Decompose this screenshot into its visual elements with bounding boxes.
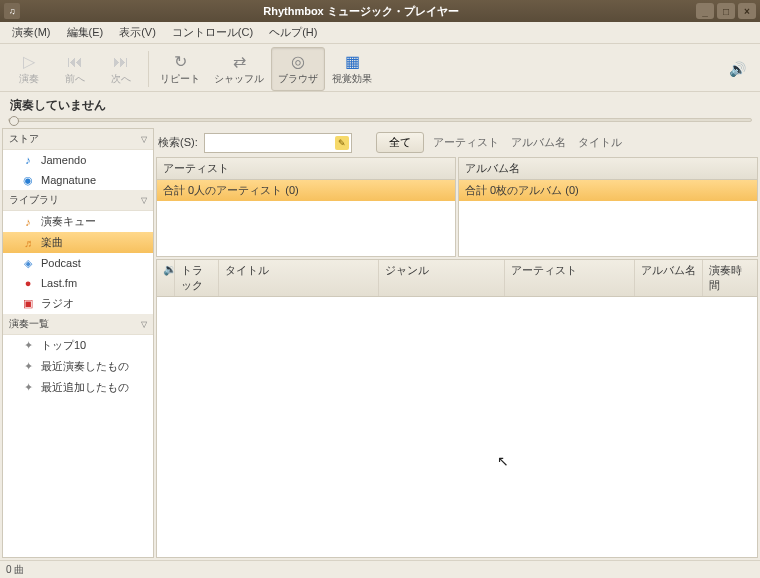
sidebar-group-header[interactable]: ストア▽	[3, 129, 153, 150]
artist-total-row[interactable]: 合計 0人のアーティスト (0)	[157, 180, 455, 201]
toolbar-separator	[148, 51, 149, 87]
collapse-icon[interactable]: ▽	[141, 135, 147, 144]
collapse-icon[interactable]: ▽	[141, 320, 147, 329]
sidebar-group-header[interactable]: ライブラリ▽	[3, 190, 153, 211]
menu-music[interactable]: 演奏(M)	[6, 23, 57, 42]
prev-button[interactable]: ⏮ 前へ	[52, 47, 98, 91]
sidebar-item-label: 最近演奏したもの	[41, 359, 129, 374]
close-button[interactable]: ×	[738, 3, 756, 19]
sidebar-item-icon: ✦	[21, 360, 35, 374]
sidebar-item[interactable]: ✦最近演奏したもの	[3, 356, 153, 377]
artist-column: アーティスト 合計 0人のアーティスト (0)	[156, 157, 456, 257]
visual-button[interactable]: ▦ 視覚効果	[325, 47, 379, 91]
sidebar-item-icon: ✦	[21, 381, 35, 395]
cursor-icon: ↖	[497, 453, 509, 469]
sidebar-item-label: Jamendo	[41, 154, 86, 166]
shuffle-label: シャッフル	[214, 72, 264, 86]
menu-help[interactable]: ヘルプ(H)	[263, 23, 323, 42]
artist-header[interactable]: アーティスト	[157, 158, 455, 180]
next-icon: ⏭	[113, 52, 129, 72]
sidebar-item-label: Last.fm	[41, 277, 77, 289]
sidebar-item[interactable]: ●Last.fm	[3, 273, 153, 293]
statusbar: 0 曲	[0, 560, 760, 578]
search-input[interactable]	[204, 133, 352, 153]
menu-control[interactable]: コントロール(C)	[166, 23, 259, 42]
search-bar: 検索(S): ✎ 全て アーティスト アルバム名 タイトル	[156, 128, 758, 157]
play-icon: ▷	[23, 52, 35, 72]
sidebar-item[interactable]: ♪Jamendo	[3, 150, 153, 170]
repeat-label: リピート	[160, 72, 200, 86]
volume-icon[interactable]: 🔊	[729, 61, 754, 77]
sidebar-item-label: トップ10	[41, 338, 86, 353]
window-title: Rhythmbox ミュージック・プレイヤー	[26, 4, 696, 19]
repeat-button[interactable]: ↻ リピート	[153, 47, 207, 91]
col-album[interactable]: アルバム名	[635, 260, 703, 296]
col-artist[interactable]: アーティスト	[505, 260, 635, 296]
next-label: 次へ	[111, 72, 131, 86]
sidebar-item-icon: ◈	[21, 256, 35, 270]
sidebar-item-label: ラジオ	[41, 296, 74, 311]
album-total-row[interactable]: 合計 0枚のアルバム (0)	[459, 180, 757, 201]
browser-button[interactable]: ◎ ブラウザ	[271, 47, 325, 91]
titlebar: ♫ Rhythmbox ミュージック・プレイヤー _ □ ×	[0, 0, 760, 22]
menu-view[interactable]: 表示(V)	[113, 23, 162, 42]
play-label: 演奏	[19, 72, 39, 86]
sidebar-item-icon: ●	[21, 276, 35, 290]
progress-knob[interactable]	[9, 116, 19, 126]
shuffle-button[interactable]: ⇄ シャッフル	[207, 47, 271, 91]
album-column: アルバム名 合計 0枚のアルバム (0)	[458, 157, 758, 257]
main-content: ストア▽♪Jamendo◉Magnatuneライブラリ▽♪演奏キュー♬楽曲◈Po…	[0, 126, 760, 560]
sidebar-item-label: Magnatune	[41, 174, 96, 186]
play-button[interactable]: ▷ 演奏	[6, 47, 52, 91]
col-title[interactable]: タイトル	[219, 260, 379, 296]
sidebar-item-label: Podcast	[41, 257, 81, 269]
right-pane: 検索(S): ✎ 全て アーティスト アルバム名 タイトル アーティスト 合計 …	[156, 128, 758, 558]
browser-icon: ◎	[291, 52, 305, 72]
collapse-icon[interactable]: ▽	[141, 196, 147, 205]
filter-title[interactable]: タイトル	[575, 135, 625, 150]
browser-panes: アーティスト 合計 0人のアーティスト (0) アルバム名 合計 0枚のアルバム…	[156, 157, 758, 257]
sidebar-group-header[interactable]: 演奏一覧▽	[3, 314, 153, 335]
sidebar-item[interactable]: ◈Podcast	[3, 253, 153, 273]
progress-track	[8, 118, 752, 122]
menu-edit[interactable]: 編集(E)	[61, 23, 110, 42]
track-headers: 🔉 トラック タイトル ジャンル アーティスト アルバム名 演奏時間	[157, 260, 757, 297]
menubar: 演奏(M) 編集(E) 表示(V) コントロール(C) ヘルプ(H)	[0, 22, 760, 44]
col-track[interactable]: トラック	[175, 260, 219, 296]
visual-icon: ▦	[345, 52, 360, 72]
col-genre[interactable]: ジャンル	[379, 260, 505, 296]
sidebar-item-icon: ◉	[21, 173, 35, 187]
app-icon: ♫	[4, 3, 20, 19]
col-time[interactable]: 演奏時間	[703, 260, 757, 296]
progress-bar[interactable]	[0, 118, 760, 126]
sidebar-item-icon: ✦	[21, 339, 35, 353]
maximize-button[interactable]: □	[717, 3, 735, 19]
track-list: 🔉 トラック タイトル ジャンル アーティスト アルバム名 演奏時間 ↖	[156, 259, 758, 558]
sidebar-item-icon: ♪	[21, 153, 35, 167]
sidebar-item-icon: ♪	[21, 215, 35, 229]
filter-album[interactable]: アルバム名	[508, 135, 569, 150]
search-label: 検索(S):	[158, 135, 198, 150]
sidebar-item-icon: ▣	[21, 297, 35, 311]
next-button[interactable]: ⏭ 次へ	[98, 47, 144, 91]
clear-search-icon[interactable]: ✎	[335, 136, 349, 150]
search-all-button[interactable]: 全て	[376, 132, 424, 153]
album-header[interactable]: アルバム名	[459, 158, 757, 180]
sidebar-item-label: 最近追加したもの	[41, 380, 129, 395]
minimize-button[interactable]: _	[696, 3, 714, 19]
visual-label: 視覚効果	[332, 72, 372, 86]
sidebar: ストア▽♪Jamendo◉Magnatuneライブラリ▽♪演奏キュー♬楽曲◈Po…	[2, 128, 154, 558]
sidebar-item[interactable]: ✦トップ10	[3, 335, 153, 356]
shuffle-icon: ⇄	[233, 52, 246, 72]
sidebar-item[interactable]: ♬楽曲	[3, 232, 153, 253]
sidebar-item[interactable]: ▣ラジオ	[3, 293, 153, 314]
sidebar-item[interactable]: ◉Magnatune	[3, 170, 153, 190]
prev-icon: ⏮	[67, 52, 83, 72]
browser-label: ブラウザ	[278, 72, 318, 86]
col-speaker-icon[interactable]: 🔉	[157, 260, 175, 296]
toolbar: ▷ 演奏 ⏮ 前へ ⏭ 次へ ↻ リピート ⇄ シャッフル ◎ ブラウザ ▦ 視…	[0, 44, 760, 92]
sidebar-item[interactable]: ♪演奏キュー	[3, 211, 153, 232]
filter-artist[interactable]: アーティスト	[430, 135, 502, 150]
sidebar-item-label: 楽曲	[41, 235, 63, 250]
sidebar-item[interactable]: ✦最近追加したもの	[3, 377, 153, 398]
